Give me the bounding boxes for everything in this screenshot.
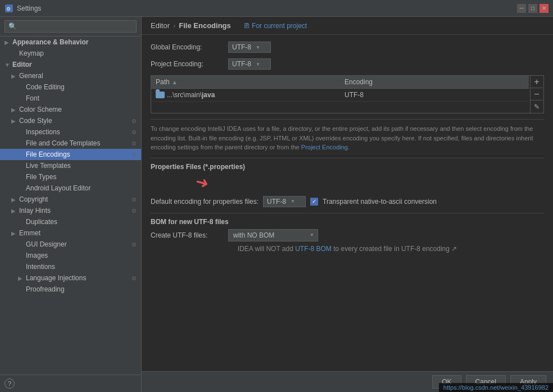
sidebar-item-label: Proofreading xyxy=(26,285,65,293)
encoding-table: Path ▲ Encoding ...\src\main\java UTF-8 xyxy=(151,76,529,113)
settings-icon: ⚙ xyxy=(132,197,137,203)
svg-text:⚙: ⚙ xyxy=(6,6,11,12)
info-text: To change encoding IntelliJ IDEA uses fo… xyxy=(151,119,544,152)
table-row[interactable]: ...\src\main\java UTF-8 xyxy=(151,89,529,102)
global-encoding-row: Global Encoding: UTF-8 xyxy=(151,42,544,53)
minimize-button[interactable]: ─ xyxy=(517,4,526,13)
tree-arrow-icon: ▶ xyxy=(18,275,24,281)
create-utf8-label: Create UTF-8 files: xyxy=(151,231,224,239)
bom-section: BOM for new UTF-8 files Create UTF-8 fil… xyxy=(151,213,544,253)
folder-icon xyxy=(156,92,165,98)
breadcrumb-current: File Encodings xyxy=(179,21,230,30)
sidebar-item-emmet[interactable]: ▶Emmet xyxy=(0,227,141,239)
sidebar-item-label: Images xyxy=(26,252,48,259)
utf8-bom-link[interactable]: UTF-8 BOM xyxy=(295,245,332,253)
sidebar-item-file-types[interactable]: File Types xyxy=(0,171,141,183)
remove-encoding-button[interactable]: − xyxy=(531,88,543,101)
default-encoding-row: Default encoding for properties files: U… xyxy=(151,196,544,207)
maximize-button[interactable]: □ xyxy=(528,4,537,13)
create-utf8-dropdown[interactable]: with NO BOM xyxy=(228,229,318,241)
tree-arrow-icon: ▶ xyxy=(11,118,17,124)
global-encoding-dropdown[interactable]: UTF-8 xyxy=(228,42,271,53)
create-utf8-row: Create UTF-8 files: with NO BOM xyxy=(151,229,544,241)
sidebar-item-inlay-hints[interactable]: ▶Inlay Hints⚙ xyxy=(0,205,141,216)
tree-arrow-icon: ▶ xyxy=(11,230,17,236)
encoding-column-header: Encoding xyxy=(340,76,529,88)
path-column-header: Path ▲ xyxy=(151,76,340,88)
settings-icon: ⚙ xyxy=(132,275,137,281)
title-bar: ⚙ Settings ─ □ ✕ xyxy=(0,0,553,17)
properties-section-title: Properties Files (*.properties) xyxy=(151,163,544,171)
bom-note: IDEA will NOT add UTF-8 BOM to every cre… xyxy=(151,245,544,253)
sidebar-item-label: Code Style xyxy=(19,117,52,125)
sidebar-item-file-code-templates[interactable]: File and Code Templates⚙ xyxy=(0,138,141,149)
app-icon: ⚙ xyxy=(4,4,13,13)
project-encoding-dropdown[interactable]: UTF-8 xyxy=(228,58,271,70)
properties-section: Properties Files (*.properties) ➜ Defaul… xyxy=(151,158,544,207)
sidebar-item-code-editing[interactable]: Code Editing xyxy=(0,81,141,93)
settings-icon: ⚙ xyxy=(132,118,137,124)
sort-arrow-icon: ▲ xyxy=(172,79,178,85)
sidebar-item-label: Android Layout Editor xyxy=(26,184,90,192)
sidebar-item-language-injections[interactable]: ▶Language Injections⚙ xyxy=(0,272,141,284)
tree-arrow-icon: ▼ xyxy=(4,62,10,68)
tree-arrow-icon: ▶ xyxy=(4,39,10,45)
sidebar-bottom: ? xyxy=(0,375,141,392)
sidebar-item-label: Duplicates xyxy=(26,218,57,226)
sidebar-item-label: Inlay Hints xyxy=(19,207,51,215)
close-button[interactable]: ✕ xyxy=(540,4,549,13)
sidebar-item-duplicates[interactable]: Duplicates xyxy=(0,216,141,227)
breadcrumb-separator: › xyxy=(173,21,175,30)
sidebar-item-live-templates[interactable]: Live Templates xyxy=(0,160,141,171)
sidebar-item-intentions[interactable]: Intentions xyxy=(0,261,141,272)
bom-section-title: BOM for new UTF-8 files xyxy=(151,218,544,226)
project-encoding-label: Project Encoding: xyxy=(151,60,224,68)
sidebar-item-keymap[interactable]: Keymap xyxy=(0,48,141,59)
sidebar-item-label: Copyright xyxy=(19,195,48,203)
search-input[interactable] xyxy=(4,20,137,33)
url-bar: https://blog.csdn.net/weixin_43916982 xyxy=(439,383,553,392)
sidebar-item-code-style[interactable]: ▶Code Style⚙ xyxy=(0,115,141,126)
default-encoding-properties-label: Default encoding for properties files: xyxy=(151,198,259,206)
settings-icon: ⚙ xyxy=(132,208,137,214)
path-text: ...\src\main\java xyxy=(167,91,215,99)
sidebar-item-general[interactable]: ▶General xyxy=(0,70,141,81)
table-action-buttons: + − ✎ xyxy=(530,76,543,113)
project-encoding-row: Project Encoding: UTF-8 xyxy=(151,58,544,70)
settings-tree: ▶Appearance & Behavior Keymap▼Editor▶Gen… xyxy=(0,37,141,375)
sidebar-item-font[interactable]: Font xyxy=(0,93,141,104)
sidebar-item-proofreading[interactable]: Proofreading xyxy=(0,284,141,295)
sidebar-item-label: File and Code Templates xyxy=(26,139,101,147)
default-encoding-properties-dropdown[interactable]: UTF-8 xyxy=(263,196,306,207)
sidebar-item-appearance[interactable]: ▶Appearance & Behavior xyxy=(0,37,141,48)
help-button[interactable]: ? xyxy=(4,379,15,389)
settings-icon: ⚙ xyxy=(132,129,137,135)
for-current-project-button[interactable]: 🖹 For current project xyxy=(243,22,307,30)
sidebar-item-copyright[interactable]: ▶Copyright⚙ xyxy=(0,194,141,205)
sidebar-item-label: Language Injections xyxy=(26,274,86,282)
content-header: Editor › File Encodings 🖹 For current pr… xyxy=(142,17,553,35)
transparent-conversion-checkbox[interactable] xyxy=(310,198,318,206)
sidebar-item-file-encodings[interactable]: File Encodings⚙ xyxy=(0,149,141,160)
arrow-graphic: ➜ xyxy=(151,171,544,194)
sidebar-item-inspections[interactable]: Inspections⚙ xyxy=(0,126,141,138)
info-text-content: To change encoding IntelliJ IDEA uses fo… xyxy=(151,125,533,151)
search-box xyxy=(0,17,141,37)
sidebar-item-label: Code Editing xyxy=(26,83,65,91)
settings-icon: ⚙ xyxy=(132,152,137,158)
sidebar-item-color-scheme[interactable]: ▶Color Scheme xyxy=(0,104,141,115)
tree-arrow-icon: ▶ xyxy=(11,107,17,113)
sidebar-item-label: Emmet xyxy=(19,229,40,237)
project-encoding-link[interactable]: Project Encoding xyxy=(301,144,348,151)
sidebar-item-android-layout-editor[interactable]: Android Layout Editor xyxy=(0,183,141,194)
table-header: Path ▲ Encoding xyxy=(151,76,529,89)
breadcrumb-parent: Editor xyxy=(151,21,170,30)
sidebar-item-images[interactable]: Images xyxy=(0,250,141,261)
add-encoding-button[interactable]: + xyxy=(531,76,543,88)
edit-encoding-button[interactable]: ✎ xyxy=(531,101,543,113)
window-controls: ─ □ ✕ xyxy=(517,4,549,13)
sidebar-item-label: Appearance & Behavior xyxy=(12,38,88,46)
sidebar-item-gui-designer[interactable]: GUI Designer⚙ xyxy=(0,239,141,250)
sidebar-item-label: Color Scheme xyxy=(19,106,62,113)
sidebar-item-editor[interactable]: ▼Editor xyxy=(0,59,141,70)
